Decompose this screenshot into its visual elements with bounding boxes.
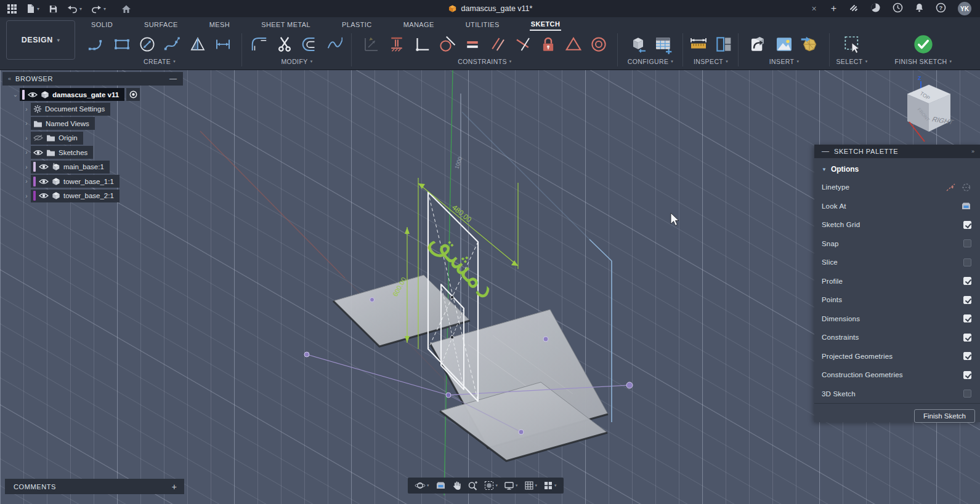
group-label-insert[interactable]: INSERT▾ (769, 58, 800, 65)
offset-tool[interactable] (299, 33, 321, 56)
user-avatar[interactable]: YK (958, 2, 971, 15)
add-comment-icon[interactable]: + (172, 482, 177, 492)
slice-checkbox[interactable] (963, 258, 971, 266)
group-label-select[interactable]: SELECT▾ (836, 58, 867, 65)
circle-tool[interactable] (136, 33, 158, 56)
viewports-tool[interactable]: ▾ (542, 479, 558, 492)
visibility-off-eye-icon[interactable] (33, 134, 43, 142)
coincident-constraint[interactable] (386, 33, 408, 56)
mirror-tool[interactable] (187, 33, 209, 56)
tab-mesh[interactable]: MESH (208, 18, 231, 30)
undo-button[interactable]: ▾ (67, 4, 82, 14)
snap-checkbox[interactable] (963, 239, 971, 247)
zoom-tool[interactable] (466, 479, 479, 492)
tab-utilities[interactable]: UTILITIES (464, 18, 501, 30)
grid-settings-tool[interactable]: ▾ (523, 479, 539, 492)
chevron-right-icon[interactable]: › (22, 149, 31, 156)
constraints-checkbox[interactable] (963, 334, 971, 342)
tab-manage[interactable]: MANAGE (402, 18, 435, 30)
home-button[interactable] (121, 4, 131, 14)
browser-minimize-icon[interactable]: — (169, 74, 177, 83)
orbit-tool[interactable]: ▾ (413, 479, 431, 492)
configuration-table-tool[interactable] (652, 33, 674, 56)
browser-collapse-icon[interactable]: « (8, 76, 10, 82)
chevron-right-icon[interactable]: › (22, 135, 31, 142)
app-launcher-icon[interactable] (7, 4, 17, 14)
tab-sketch[interactable]: SKETCH (530, 18, 562, 31)
sketch-grid-checkbox[interactable] (963, 221, 971, 229)
fix-constraint[interactable] (537, 33, 559, 56)
tab-solid[interactable]: SOLID (90, 18, 114, 30)
tab-surface[interactable]: SURFACE (143, 18, 179, 30)
construction-geometries-checkbox[interactable] (963, 371, 971, 379)
tree-row-origin[interactable]: › Origin (22, 131, 140, 146)
section-analysis-tool[interactable] (713, 33, 735, 56)
redo-button[interactable]: ▾ (91, 4, 106, 14)
display-settings-tool[interactable]: ▾ (503, 480, 519, 492)
group-label-inspect[interactable]: INSPECT▾ (694, 58, 728, 65)
close-tab-icon[interactable]: × (811, 4, 816, 14)
chevron-right-icon[interactable]: › (22, 193, 31, 199)
insert-dxf-tool[interactable] (798, 33, 820, 56)
palette-minimize-icon[interactable]: — (822, 147, 829, 156)
fillet-tool[interactable] (248, 33, 270, 56)
equal-constraint[interactable] (461, 33, 484, 56)
fit-tool[interactable]: ▾ (483, 479, 500, 492)
pan-tool[interactable] (451, 479, 463, 492)
line-tool[interactable] (86, 33, 108, 56)
look-at-tool[interactable] (434, 480, 447, 491)
tree-row-tower-base-1[interactable]: › tower_base_1:1 (22, 174, 140, 189)
finish-sketch-palette-button[interactable]: Finish Sketch (914, 409, 975, 423)
tree-row-named-views[interactable]: › Named Views (22, 116, 140, 131)
chevron-right-icon[interactable]: › (22, 164, 31, 170)
chevron-right-icon[interactable]: › (22, 120, 31, 127)
visibility-eye-icon[interactable] (39, 163, 49, 170)
visibility-eye-icon[interactable] (28, 91, 38, 98)
tree-row-root[interactable]: ⌄ damascus_gate v11 (11, 87, 140, 102)
configure-component-tool[interactable] (627, 33, 649, 56)
rectangle-tool[interactable] (111, 33, 133, 56)
insert-derive-tool[interactable] (748, 33, 770, 56)
select-tool[interactable] (841, 33, 863, 56)
group-label-modify[interactable]: MODIFY▾ (281, 58, 312, 65)
tree-row-sketches[interactable]: › Sketches (22, 145, 140, 160)
palette-expand-icon[interactable]: » (971, 148, 974, 154)
tree-row-main-base[interactable]: › main_base:1 (22, 160, 140, 175)
chevron-right-icon[interactable]: › (22, 178, 31, 185)
save-button[interactable] (49, 4, 58, 14)
group-label-create[interactable]: CREATE▾ (144, 58, 176, 65)
horizontal-vertical-constraint[interactable] (411, 33, 433, 56)
tree-row-document-settings[interactable]: › Document Settings (22, 102, 140, 117)
chevron-right-icon[interactable]: › (22, 106, 31, 113)
visibility-eye-icon[interactable] (33, 149, 43, 156)
polygon-constraint[interactable] (562, 33, 585, 56)
sketch-scale-tool[interactable] (324, 33, 346, 56)
dimensions-checkbox[interactable] (963, 314, 971, 322)
visibility-eye-icon[interactable] (39, 192, 49, 199)
measure-tool[interactable] (687, 33, 710, 56)
notifications-icon[interactable] (915, 2, 924, 15)
file-menu-button[interactable]: ▾ (26, 4, 39, 14)
points-checkbox[interactable] (963, 296, 971, 304)
sketch-dimension-tool[interactable] (212, 33, 234, 56)
perpendicular-constraint[interactable] (512, 33, 534, 56)
finish-sketch-button[interactable] (912, 33, 934, 56)
help-icon[interactable]: ? (936, 2, 946, 15)
tab-plastic[interactable]: PLASTIC (341, 18, 373, 30)
3d-sketch-checkbox[interactable] (963, 390, 971, 398)
concentric-constraint[interactable] (588, 33, 610, 56)
group-label-configure[interactable]: CONFIGURE▾ (628, 58, 674, 65)
group-label-constraints[interactable]: CONSTRAINTS▾ (458, 58, 512, 65)
construction-linetype-icon[interactable] (946, 183, 956, 192)
group-label-finish-sketch[interactable]: FINISH SKETCH▾ (894, 58, 952, 65)
projected-geometries-checkbox[interactable] (963, 352, 971, 360)
history-icon[interactable] (893, 2, 903, 15)
tab-sheet-metal[interactable]: SHEET METAL (260, 18, 312, 30)
job-status-icon[interactable] (870, 2, 881, 15)
look-at-icon[interactable] (961, 202, 971, 210)
tangent-constraint[interactable] (436, 33, 458, 56)
new-tab-icon[interactable]: + (831, 3, 836, 14)
profile-checkbox[interactable] (963, 277, 971, 285)
comments-bar[interactable]: COMMENTS + (5, 479, 184, 494)
extensions-icon[interactable] (848, 3, 859, 15)
